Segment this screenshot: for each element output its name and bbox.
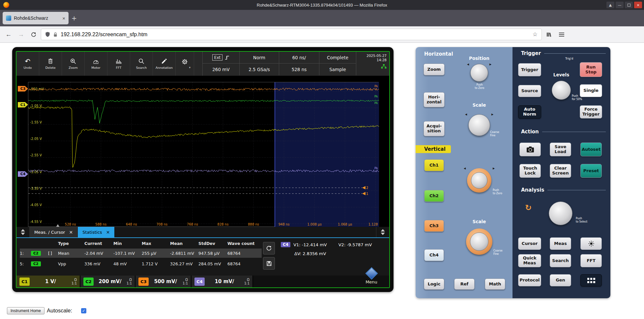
tab-scroll-right-button[interactable] xyxy=(376,227,389,237)
zoom-panel-button[interactable]: Zoom xyxy=(424,64,445,75)
math-button[interactable]: Math xyxy=(485,279,505,290)
channel-c2-control[interactable]: C2 200 mV/ Ω1:1 xyxy=(80,276,135,287)
auto-norm-button[interactable]: Auto Norm xyxy=(518,105,541,119)
front-panel-left: Horizontal Zoom Position ◀▶ Push to Zero… xyxy=(416,47,512,298)
window-titlebar: Rohde&Schwarz-RTM3004-1335.8794k04/10149… xyxy=(0,0,644,10)
annotation-button[interactable]: Annotation xyxy=(153,52,176,76)
zoom-button[interactable]: Zoom xyxy=(62,52,85,76)
meter-button[interactable]: Meter xyxy=(85,52,107,76)
reload-button[interactable] xyxy=(28,29,39,40)
preset-button[interactable]: Preset xyxy=(580,164,602,178)
sample-rate-cell[interactable]: 2.5 GSa/s xyxy=(240,64,279,75)
tab-scroll-left-button[interactable] xyxy=(16,227,30,237)
maximize-button[interactable] xyxy=(625,2,633,8)
tab-statistics[interactable]: Statistics × xyxy=(78,227,115,237)
ref-button[interactable]: Ref xyxy=(454,279,475,290)
new-tab-button[interactable]: + xyxy=(69,13,80,24)
channel-c1-control[interactable]: C1 1 V/ Ω1:1 xyxy=(16,276,80,287)
apps-button[interactable] xyxy=(580,274,602,286)
library-icon[interactable] xyxy=(544,29,554,40)
trigger-level-cell[interactable]: 260 mV xyxy=(203,64,240,75)
pencil-icon xyxy=(161,58,167,65)
tab-favicon-icon xyxy=(6,15,11,21)
intensity-button[interactable] xyxy=(580,237,602,250)
tab-meas-cursor[interactable]: Meas. / Cursor × xyxy=(30,227,78,237)
navigation-knob[interactable] xyxy=(549,201,572,225)
logic-button[interactable]: Logic xyxy=(424,279,444,290)
trigger-source-cell[interactable]: Ext xyxy=(203,52,240,64)
trigger-source-button[interactable]: Source xyxy=(518,85,541,97)
vertical-scale-knob[interactable] xyxy=(466,228,492,255)
datetime-display: 2025-05-27 14:28 xyxy=(356,52,389,76)
cursor-button[interactable]: Cursor xyxy=(518,237,541,250)
url-bar[interactable]: 192.168.229.22/screencam_sfp.htm ☆ xyxy=(41,29,542,40)
channel-chip: C2 xyxy=(31,251,41,256)
channel-c4-control[interactable]: C4 10 mV/ Ω1:1 xyxy=(191,276,253,287)
ch4-button[interactable]: Ch4 xyxy=(424,249,444,261)
refresh-statistics-button[interactable] xyxy=(263,242,275,254)
url-text[interactable]: 192.168.229.22/screencam_sfp.htm xyxy=(61,31,530,38)
channel-c3-control[interactable]: C3 500 mV/ Ω1:1 xyxy=(135,276,191,287)
page-content: ↶ Undo Delete Zoom Meter FFT xyxy=(0,43,644,319)
waveform-display[interactable]: -550 mV-1.05 V-1.55 V-2.05 V-2.55 V-3.05… xyxy=(28,82,379,227)
horizontal-menu-button[interactable]: Hori- zontal xyxy=(424,92,445,107)
channel-tag-c3[interactable]: C3 xyxy=(18,86,28,92)
back-button[interactable]: ← xyxy=(3,29,14,40)
single-button[interactable]: Single xyxy=(580,84,602,97)
screenshot-button[interactable] xyxy=(519,143,541,156)
clear-screen-button[interactable]: Clear Screen xyxy=(550,164,571,178)
search-button[interactable]: Search xyxy=(130,52,153,76)
autoscale-checkbox[interactable]: ✓ xyxy=(81,308,86,313)
position-knob-label: Position xyxy=(464,56,494,61)
browser-tab[interactable]: Rohde&Schwarz × xyxy=(3,12,69,24)
rotate-icon: ↻ xyxy=(525,203,532,212)
svg-text:708 ns: 708 ns xyxy=(156,223,167,226)
horizontal-position-cell[interactable]: 528 ns xyxy=(279,64,319,75)
forward-button[interactable]: → xyxy=(16,29,26,40)
quick-meas-button[interactable]: Quick Meas xyxy=(518,254,541,267)
bookmark-star-icon[interactable]: ☆ xyxy=(533,31,538,38)
channel-tag-c4[interactable]: C4 xyxy=(18,171,28,177)
ch1-button[interactable]: Ch1 xyxy=(424,159,444,171)
acquisition-button[interactable]: Acqui- sition xyxy=(424,121,445,136)
acquisition-mode-cell[interactable]: Sample xyxy=(319,64,356,75)
timebase-cell[interactable]: 60 ns/ xyxy=(279,52,319,64)
save-load-button[interactable]: Save Load xyxy=(550,143,571,156)
fft-panel-button[interactable]: FFT xyxy=(580,254,602,267)
minimize-button[interactable]: — xyxy=(616,2,624,8)
delete-button[interactable]: Delete xyxy=(39,52,62,76)
ch2-button[interactable]: Ch2 xyxy=(424,190,444,202)
svg-text:-3.55 V: -3.55 V xyxy=(30,187,42,190)
meas-button[interactable]: Meas xyxy=(550,237,571,250)
close-icon[interactable]: × xyxy=(69,229,73,235)
ch3-button[interactable]: Ch3 xyxy=(424,220,444,232)
stats-row[interactable]: 1: C2 [] Mean -2.04 mV -107.1 mV 255 µV … xyxy=(20,249,262,258)
rohde-schwarz-menu[interactable]: Menu xyxy=(361,269,382,284)
trigger-mode-cell[interactable]: Norm xyxy=(240,52,279,64)
force-trigger-button[interactable]: Force Trigger xyxy=(580,105,602,119)
undo-button[interactable]: ↶ Undo xyxy=(16,52,39,76)
acquisition-state-cell[interactable]: Complete xyxy=(319,52,356,64)
horizontal-position-knob[interactable] xyxy=(470,64,488,82)
autoset-button[interactable]: Autoset xyxy=(580,143,602,156)
touch-lock-button[interactable]: Touch Lock xyxy=(519,164,541,178)
channel-tag-c1[interactable]: C1 xyxy=(18,102,28,108)
instrument-home-button[interactable]: Instrument Home xyxy=(7,307,44,314)
settings-button[interactable]: ▾ xyxy=(176,52,194,76)
trigger-level-knob[interactable] xyxy=(552,81,571,100)
tab-close-icon[interactable]: × xyxy=(62,15,65,21)
fft-button[interactable]: FFT xyxy=(107,52,130,76)
trigger-menu-button[interactable]: Trigger xyxy=(518,63,541,76)
search-panel-button[interactable]: Search xyxy=(550,254,571,267)
stats-row[interactable]: 5: C2 Vpp 336 mV 48 mV 1.712 V 326.27 mV… xyxy=(20,259,262,268)
save-statistics-button[interactable] xyxy=(263,257,275,270)
menu-hamburger-icon[interactable] xyxy=(556,29,567,40)
run-stop-button[interactable]: Run Stop xyxy=(580,62,602,77)
close-button[interactable]: × xyxy=(634,2,642,8)
vertical-offset-knob[interactable] xyxy=(467,168,491,193)
gen-button[interactable]: Gen xyxy=(550,274,571,286)
keep-on-top-icon[interactable]: ▲ xyxy=(606,2,614,8)
horizontal-scale-knob[interactable] xyxy=(468,114,490,136)
close-icon[interactable]: × xyxy=(106,229,110,235)
protocol-button[interactable]: Protocol xyxy=(518,274,541,286)
